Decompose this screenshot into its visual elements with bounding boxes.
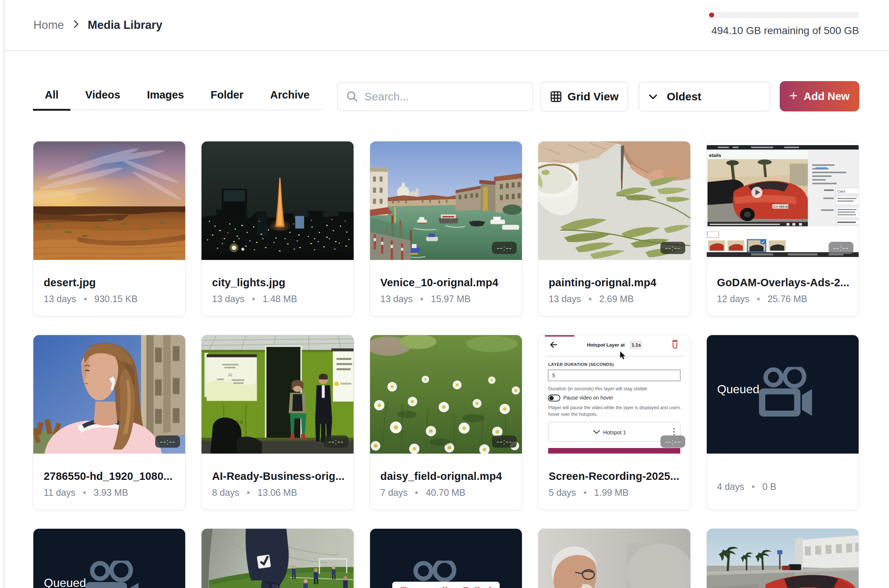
svg-text:5: 5 (552, 372, 555, 378)
svg-text:hover over the hotspots.: hover over the hotspots. (548, 412, 598, 417)
svg-text:Hotspot 1: Hotspot 1 (604, 429, 626, 435)
svg-text:CA 455-82: CA 455-82 (773, 205, 789, 208)
svg-text:etails: etails (709, 153, 721, 158)
svg-text:1.1s: 1.1s (632, 342, 641, 348)
svg-text:Duration (in seconds) this lay: Duration (in seconds) this layer will st… (548, 386, 647, 392)
svg-text:LAYER DURATION (SECONDS): LAYER DURATION (SECONDS) (548, 362, 614, 367)
svg-text:Cars: Cars (837, 189, 845, 193)
svg-text:Player will pause the video wh: Player will pause the video while the la… (548, 405, 680, 410)
svg-text:Hotspot Layer at: Hotspot Layer at (587, 342, 625, 348)
svg-text:Pause video on hover: Pause video on hover (563, 395, 613, 400)
svg-text:AI: AI (228, 372, 232, 378)
